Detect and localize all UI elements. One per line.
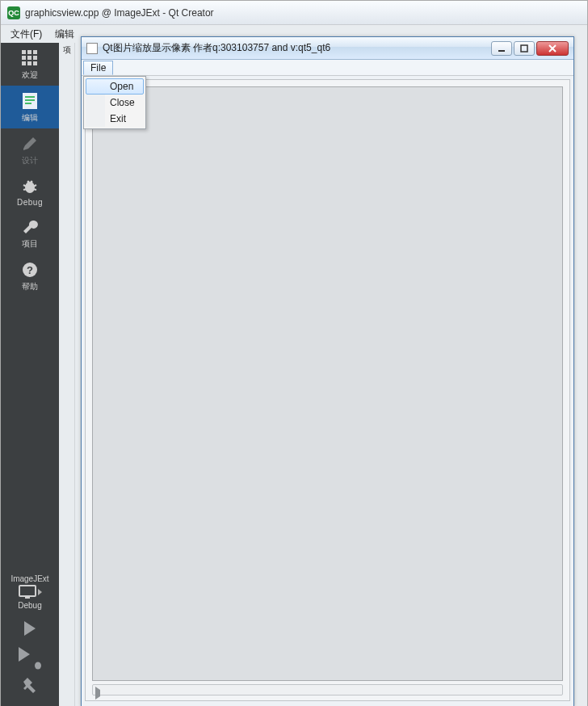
main-titlebar[interactable]: QC graphicsview.cpp @ ImageJExt - Qt Cre… — [1, 1, 587, 25]
bug-icon — [21, 178, 39, 195]
sidebar-debug[interactable]: Debug — [1, 171, 59, 212]
sidebar-item-label: 编辑 — [22, 112, 39, 124]
main-window: QC graphicsview.cpp @ ImageJExt - Qt Cre… — [0, 0, 588, 706]
svg-line-16 — [23, 189, 27, 190]
svg-rect-22 — [19, 586, 36, 596]
run-debug-button[interactable] — [19, 647, 41, 666]
grid-icon — [21, 49, 39, 67]
strip-label: 项 — [63, 44, 71, 56]
child-menubar: File — [82, 60, 573, 76]
close-button[interactable] — [536, 41, 569, 56]
svg-rect-26 — [521, 45, 527, 52]
svg-rect-8 — [33, 61, 37, 65]
pencil-icon — [21, 135, 39, 153]
svg-rect-25 — [498, 50, 505, 52]
sidebar-design[interactable]: 设计 — [1, 128, 59, 171]
svg-point-13 — [25, 182, 35, 193]
svg-rect-11 — [25, 99, 35, 101]
sidebar-welcome[interactable]: 欢迎 — [1, 43, 59, 86]
chevron-right-icon — [38, 589, 42, 595]
document-icon — [21, 92, 39, 110]
svg-rect-1 — [27, 50, 32, 54]
sidebar-bottom: ImageJExt Debug — [1, 569, 59, 706]
sidebar-project[interactable]: 项目 — [1, 212, 59, 254]
child-window: Qt图片缩放显示像素 作者q:303103757 and v:qt5_qt6 F… — [81, 36, 574, 706]
svg-rect-6 — [22, 61, 26, 65]
menu-item-open[interactable]: Open — [86, 78, 144, 95]
kit-name[interactable]: ImageJExt — [10, 574, 48, 583]
svg-rect-3 — [22, 56, 26, 60]
sidebar-item-label: 项目 — [22, 238, 39, 250]
sidebar-item-label: 帮助 — [22, 281, 39, 292]
child-title: Qt图片缩放显示像素 作者q:303103757 and v:qt5_qt6 — [103, 41, 491, 55]
help-icon: ? — [21, 261, 39, 279]
svg-rect-10 — [25, 96, 35, 98]
sidebar-item-label: Debug — [17, 198, 43, 207]
child-app-icon — [86, 43, 98, 54]
sidebar-editor[interactable]: 编辑 — [1, 86, 59, 128]
project-strip[interactable]: 项 — [59, 43, 75, 706]
mode-sidebar: 欢迎 编辑 设计 Debug — [1, 43, 59, 706]
menu-file[interactable]: 文件(F) — [4, 26, 48, 43]
file-dropdown: Open Close Exit — [83, 76, 146, 129]
svg-rect-2 — [33, 50, 37, 54]
build-config[interactable]: Debug — [18, 601, 41, 610]
sidebar-help[interactable]: ? 帮助 — [1, 254, 59, 297]
sidebar-item-label: 欢迎 — [22, 69, 39, 81]
graphics-view[interactable] — [92, 86, 563, 681]
build-button[interactable] — [21, 676, 39, 697]
svg-point-18 — [27, 181, 30, 183]
svg-rect-4 — [27, 56, 32, 60]
monitor-icon — [19, 585, 36, 599]
window-buttons — [491, 41, 569, 56]
svg-point-19 — [31, 181, 33, 183]
main-title: graphicsview.cpp @ ImageJExt - Qt Creato… — [25, 7, 214, 19]
app-icon: QC — [7, 6, 20, 19]
menu-item-close[interactable]: Close — [86, 95, 144, 111]
svg-rect-5 — [33, 56, 37, 60]
svg-rect-7 — [27, 61, 32, 65]
menu-edit[interactable]: 编辑 — [48, 26, 81, 43]
minimize-button[interactable] — [491, 41, 512, 56]
wrench-icon — [21, 218, 39, 236]
svg-line-17 — [33, 189, 36, 190]
svg-rect-12 — [25, 103, 32, 104]
maximize-button[interactable] — [514, 41, 535, 56]
svg-text:?: ? — [27, 264, 33, 276]
menu-item-exit[interactable]: Exit — [86, 111, 144, 127]
child-client-area — [85, 79, 570, 701]
sidebar-item-label: 设计 — [22, 155, 39, 166]
svg-rect-0 — [22, 50, 26, 54]
target-selector[interactable] — [19, 585, 42, 599]
svg-rect-23 — [25, 597, 30, 599]
child-menu-file[interactable]: File — [83, 61, 113, 75]
child-titlebar[interactable]: Qt图片缩放显示像素 作者q:303103757 and v:qt5_qt6 — [82, 37, 573, 60]
run-button[interactable] — [24, 621, 36, 636]
bug-overlay-icon — [33, 658, 43, 668]
svg-point-24 — [35, 662, 41, 670]
horizontal-scrollbar[interactable] — [92, 684, 563, 695]
